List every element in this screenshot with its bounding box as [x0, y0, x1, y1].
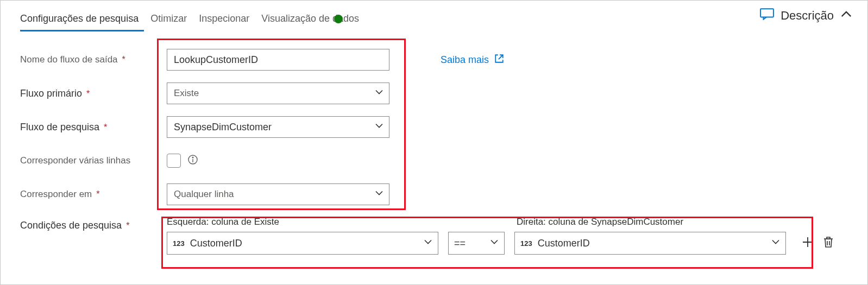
condition-left-column-select[interactable]: 123 CustomerID: [167, 232, 438, 255]
info-icon[interactable]: [187, 154, 198, 167]
output-stream-name-input[interactable]: [167, 49, 389, 71]
chevron-down-icon: [490, 238, 499, 249]
description-label[interactable]: Descrição: [781, 9, 834, 23]
delete-condition-button[interactable]: [822, 236, 835, 251]
primary-stream-select[interactable]: Existe: [167, 83, 389, 104]
label-match-on: Corresponder em*: [20, 189, 167, 200]
label-lookup-conditions: Condições de pesquisa*: [20, 217, 167, 231]
required-icon: *: [96, 189, 99, 199]
required-icon: *: [104, 123, 107, 132]
tab-inspect[interactable]: Inspecionar: [199, 9, 255, 31]
learn-more-link[interactable]: Saiba mais: [441, 54, 504, 66]
chevron-down-icon: [375, 88, 383, 99]
svg-rect-0: [760, 9, 773, 17]
comment-icon[interactable]: [760, 8, 774, 23]
conditions-left-header: Esquerda: coluna de Existe: [167, 217, 449, 227]
tab-bar: Configurações de pesquisa Otimizar Inspe…: [20, 7, 859, 33]
status-dot-icon: [334, 15, 343, 23]
lookup-stream-select[interactable]: SynapseDimCustomer: [167, 116, 389, 138]
condition-operator-select[interactable]: ==: [448, 232, 505, 255]
chevron-down-icon: [424, 238, 432, 249]
column-type-badge: 123: [520, 239, 532, 248]
label-output-stream: Nome do fluxo de saída*: [20, 54, 167, 65]
tab-lookup-settings[interactable]: Configurações de pesquisa: [20, 9, 144, 31]
chevron-down-icon: [771, 238, 780, 249]
conditions-right-header: Direita: coluna de SynapseDimCustomer: [517, 217, 683, 227]
required-icon: *: [86, 89, 90, 99]
external-link-icon: [494, 54, 504, 66]
tab-data-preview[interactable]: Visualização de dados: [261, 9, 364, 31]
required-icon: *: [122, 55, 125, 65]
label-primary-stream: Fluxo primário*: [20, 88, 167, 99]
match-on-select[interactable]: Qualquer linha: [167, 183, 389, 205]
collapse-icon[interactable]: [840, 8, 852, 23]
required-icon: *: [126, 221, 129, 231]
match-multiple-checkbox[interactable]: [167, 154, 181, 168]
condition-row: 123 CustomerID == 123 CustomerID: [167, 232, 859, 255]
condition-right-column-select[interactable]: 123 CustomerID: [514, 232, 786, 255]
chevron-down-icon: [375, 189, 383, 200]
chevron-down-icon: [375, 122, 383, 133]
svg-point-2: [192, 157, 193, 158]
label-lookup-stream: Fluxo de pesquisa*: [20, 122, 167, 133]
tab-optimize[interactable]: Otimizar: [150, 9, 192, 31]
column-type-badge: 123: [173, 239, 185, 248]
add-condition-button[interactable]: [801, 236, 814, 251]
label-match-multiple: Corresponder várias linhas: [20, 155, 167, 166]
